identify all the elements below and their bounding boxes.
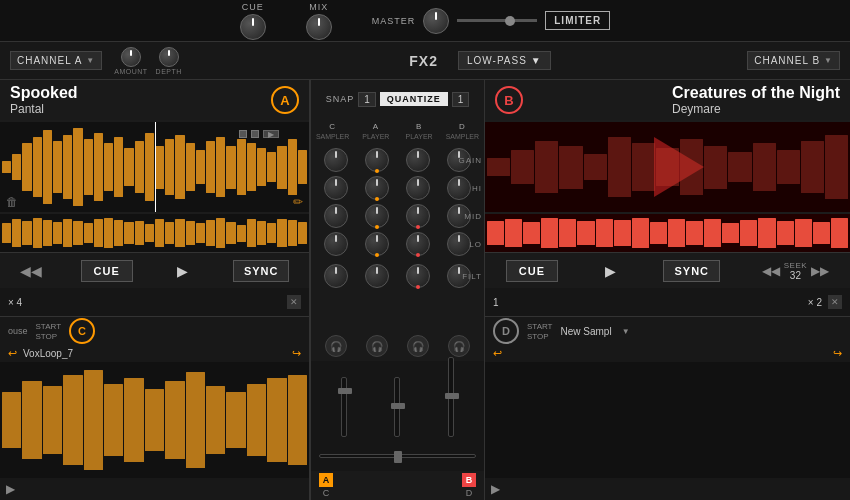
mid-knob-c[interactable]: [324, 204, 348, 228]
sample-d-badge: D: [493, 318, 519, 344]
deck-b-cue-button[interactable]: CUE: [506, 260, 558, 282]
fader-col-a: [341, 377, 347, 437]
master-label: MASTER: [372, 16, 416, 26]
wf-bar: [145, 133, 154, 202]
deck-a-sync-button[interactable]: SYNC: [233, 260, 290, 282]
wf-bar: [84, 139, 93, 195]
wfr-mini-bar: [758, 218, 775, 248]
sample-c-play-btn[interactable]: ▶: [6, 482, 15, 496]
wf-mini-bar: [94, 219, 103, 246]
wf-mini-bar: [267, 223, 276, 243]
deck-a-loop-close[interactable]: ✕: [287, 295, 301, 309]
deck-a-prev-btn[interactable]: ◀◀: [20, 263, 42, 279]
channel-left: CHANNEL A ▼ AMOUNT DEPTH: [0, 47, 310, 75]
wf-mini-bar: [257, 221, 266, 245]
trash-icon[interactable]: 🗑: [6, 195, 18, 209]
deck-labels-row: A C B D: [311, 471, 484, 500]
deck-b-waveform[interactable]: [485, 122, 850, 212]
prev-next-btn[interactable]: ▶: [263, 130, 279, 138]
lowpass-selector[interactable]: LOW-PASS ▼: [458, 51, 551, 70]
fader-b[interactable]: [394, 377, 400, 437]
cue-knob-group: CUE: [240, 2, 266, 40]
mix-knob[interactable]: [306, 14, 332, 40]
b-label: B: [462, 473, 476, 487]
depth-knob[interactable]: [159, 47, 179, 67]
master-slider[interactable]: [457, 19, 537, 22]
sample-d-dropdown[interactable]: ▼: [622, 327, 630, 336]
lo-label: LO: [469, 240, 482, 249]
lo-knob-c[interactable]: [324, 232, 348, 256]
lo-knob-a[interactable]: [365, 232, 389, 256]
gain-knob-c[interactable]: [324, 148, 348, 172]
wf-bar: [206, 141, 215, 193]
sc-bar: [288, 375, 307, 465]
wf-mini-bar: [247, 219, 256, 246]
main-content: Spooked Pantal A: [0, 80, 850, 500]
crossfader[interactable]: [319, 454, 476, 458]
sample-d-loop-icon[interactable]: ↪: [833, 347, 842, 360]
wfr-bar: [511, 150, 534, 184]
filt-knob-a[interactable]: [365, 264, 389, 288]
sample-c-play-row: ▶: [0, 478, 309, 500]
fader-c[interactable]: [448, 357, 454, 437]
seek-fwd-btn[interactable]: ▶▶: [811, 264, 829, 278]
mid-knob-a[interactable]: [365, 204, 389, 228]
sample-d-play-row: ▶: [485, 478, 850, 500]
limiter-button[interactable]: LIMITER: [545, 11, 610, 30]
hi-knob-a[interactable]: [365, 176, 389, 200]
bd-labels: B D: [462, 473, 476, 498]
sample-deck-d: D START STOP New Sampl ▼ ↩ ↪ ▶: [485, 316, 850, 500]
wfr-mini-bar: [596, 219, 613, 248]
hi-knob-c[interactable]: [324, 176, 348, 200]
headphone-b-btn[interactable]: 🎧: [407, 335, 429, 357]
lo-knob-d[interactable]: [447, 232, 471, 256]
lo-knob-b[interactable]: [406, 232, 430, 256]
headphone-a-btn[interactable]: 🎧: [366, 335, 388, 357]
amount-knob[interactable]: [121, 47, 141, 67]
gain-knob-a[interactable]: [365, 148, 389, 172]
sample-c-controls: ↩ VoxLoop_7 ↪: [0, 345, 309, 362]
mid-label: MID: [464, 212, 482, 221]
wf-mini-bar: [63, 219, 72, 248]
deck-b-loop-section: 1 × 2 ✕: [485, 288, 850, 316]
wfr-bar: [632, 143, 655, 190]
sample-d-play-btn[interactable]: ▶: [491, 482, 500, 496]
sample-c-loop-icon[interactable]: ↪: [292, 347, 301, 360]
deck-a-waveform[interactable]: ▶ 🗑 ✏: [0, 122, 309, 212]
sample-d-return-icon[interactable]: ↩: [493, 347, 502, 360]
channel-a-selector[interactable]: CHANNEL A ▼: [10, 51, 102, 70]
deck-b-play-button[interactable]: ▶: [600, 260, 622, 282]
quantize-button[interactable]: QUANTIZE: [380, 92, 448, 106]
deck-a-cue-button[interactable]: CUE: [81, 260, 133, 282]
wf-mini-bar: [33, 218, 42, 249]
mid-knob-b[interactable]: [406, 204, 430, 228]
snap-value: 1: [358, 92, 376, 107]
hi-knob-b[interactable]: [406, 176, 430, 200]
hi-knob-d[interactable]: [447, 176, 471, 200]
deck-b-badge: B: [495, 86, 523, 114]
gain-knob-b[interactable]: [406, 148, 430, 172]
master-knob[interactable]: [423, 8, 449, 34]
mid-red-indicator: [416, 225, 420, 229]
edit-icon[interactable]: ✏: [293, 195, 303, 209]
deck-b-loop-close[interactable]: ✕: [828, 295, 842, 309]
headphone-c-btn[interactable]: 🎧: [325, 335, 347, 357]
deck-b-sync-button[interactable]: SYNC: [663, 260, 720, 282]
deck-a-mini-waveform: [0, 214, 309, 252]
mixer-col-a: A PLAYER: [357, 122, 395, 140]
wfr-bar: [801, 141, 824, 193]
channel-bar: CHANNEL A ▼ AMOUNT DEPTH FX2 LOW-PASS ▼ …: [0, 42, 850, 80]
seek-back-btn[interactable]: ◀◀: [762, 264, 780, 278]
deck-a-track-name: Spooked: [10, 84, 78, 102]
cue-knob[interactable]: [240, 14, 266, 40]
filt-knob-c[interactable]: [324, 264, 348, 288]
fader-a[interactable]: [341, 377, 347, 437]
filt-knob-b[interactable]: [406, 264, 430, 288]
headphone-d-btn[interactable]: 🎧: [448, 335, 470, 357]
wfr-mini-bar: [577, 221, 594, 245]
channel-b-selector[interactable]: CHANNEL B ▼: [747, 51, 840, 70]
sample-c-return-icon[interactable]: ↩: [8, 347, 17, 360]
sc-bar: [145, 389, 164, 451]
sample-d-waveform: [485, 362, 850, 478]
deck-a-play-button[interactable]: ▶: [172, 260, 194, 282]
